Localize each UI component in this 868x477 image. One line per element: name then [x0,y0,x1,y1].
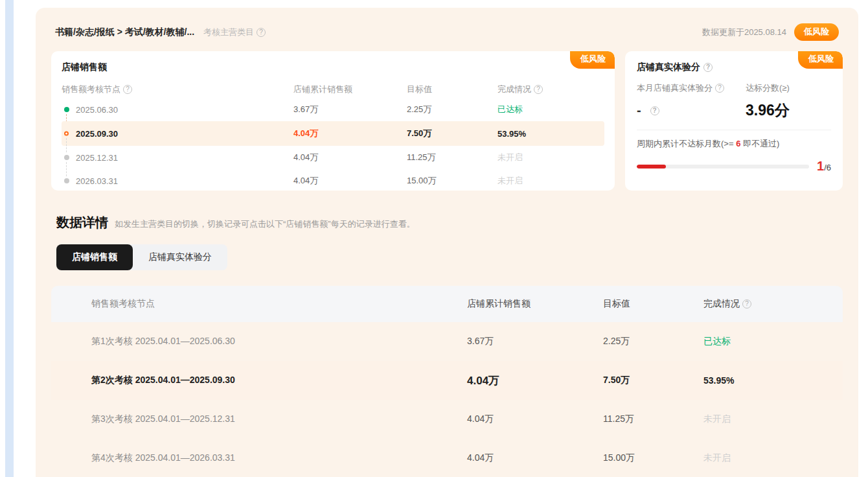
help-icon[interactable]: ? [703,63,713,72]
sales-risk-badge: 低风险 [570,51,615,69]
cumulative-value: 3.67万 [467,322,603,361]
pass-score-value: 3.96分 [746,100,790,121]
node-date: 2025.06.30 [62,98,293,121]
assessment-node: 第1次考核 2025.04.01—2025.06.30 [51,322,467,361]
cycle-fail-label: 周期内累计不达标月数(>= 6 即不通过) [637,138,831,150]
target-value: 2.25万 [407,98,497,121]
status-value: 未开启 [703,439,843,477]
dt-col-target: 目标值 [603,286,703,322]
cumulative-value: 4.04万 [467,400,603,439]
fail-months-current: 1 [817,159,824,173]
fail-months-fraction: 1/6 [817,159,831,174]
help-icon[interactable]: ? [650,106,659,115]
status-value: 53.95% [497,121,604,146]
status-value: 已达标 [497,98,604,121]
node-date: 2025.09.30 [62,121,293,146]
experience-score-card: 低风险 店铺真实体验分 ? 本月店铺真实体验分 ? 达标分数(≥) - ? 3.… [625,51,843,191]
col-header-target: 目标值 [407,81,497,98]
divider [637,130,831,130]
node-date: 2026.03.31 [62,169,293,191]
target-value: 2.25万 [603,322,703,361]
node-date-label: 2025.06.30 [76,105,118,115]
col-header-node: 销售额考核节点 ? [62,81,293,98]
detail-section-description: 如发生主营类目的切换，切换记录可点击以下“店铺销售额”每天的记录进行查看。 [115,218,415,230]
cumulative-value: 4.04万 [467,439,603,477]
experience-card-title: 店铺真实体验分 [637,62,700,73]
category-note-label: 考核主营类目 [203,27,254,38]
cycle-threshold: 6 [736,139,740,148]
cumulative-value: 4.04万 [293,121,407,146]
category-note: 考核主营类目 ? [203,27,266,38]
status-value: 已达标 [703,322,843,361]
col-header-node-label: 销售额考核节点 [62,84,120,95]
help-icon[interactable]: ? [742,299,751,308]
help-icon[interactable]: ? [715,84,724,93]
help-icon[interactable]: ? [534,85,543,94]
dt-col-node: 销售额考核节点 [51,286,467,322]
col-header-status-label: 完成情况 [497,84,531,95]
detail-tabs: 店铺销售额 店铺真实体验分 [56,244,227,270]
tab-experience-score[interactable]: 店铺真实体验分 [133,244,227,270]
month-score-value: - ? [637,103,746,118]
cumulative-value: 4.04万 [467,361,603,400]
dt-col-status-label: 完成情况 [703,298,740,310]
status-value: 未开启 [703,400,843,439]
assessment-node: 第2次考核 2025.04.01—2025.09.30 [51,361,467,400]
timeline-dot-current-icon [64,132,69,136]
fail-months-total: /6 [824,163,831,172]
assessment-panel: 书籍/杂志/报纸 > 考试/教材/教辅/... 考核主营类目 ? 数据更新于20… [36,8,858,477]
target-value: 7.50万 [407,121,497,146]
month-score-dash: - [637,103,641,118]
timeline-dot-pending-icon [64,155,69,160]
dt-col-status: 完成情况 ? [703,286,843,322]
panel-header: 书籍/杂志/报纸 > 考试/教材/教辅/... 考核主营类目 ? 数据更新于20… [51,19,843,41]
help-icon[interactable]: ? [257,28,266,37]
node-date: 2025.12.31 [62,146,293,169]
category-breadcrumb[interactable]: 书籍/杂志/报纸 > 考试/教材/教辅/... [55,27,194,38]
target-value: 11.25万 [603,400,703,439]
cumulative-value: 4.04万 [293,169,407,191]
assessment-node: 第4次考核 2025.04.01—2026.03.31 [51,439,467,477]
overall-risk-badge: 低风险 [794,23,839,41]
month-score-label: 本月店铺真实体验分 ? [637,82,746,94]
target-value: 15.00万 [603,439,703,477]
detail-table: 销售额考核节点 店铺累计销售额 目标值 完成情况 ? 第1次考核 2025.04… [51,286,843,477]
node-date-label: 2025.09.30 [76,129,118,139]
status-value: 未开启 [497,169,604,191]
node-date-label: 2025.12.31 [76,153,118,163]
data-updated-text: 数据更新于2025.08.14 [702,27,786,38]
col-header-status: 完成情况 ? [497,81,604,98]
fail-months-progress-fill [637,165,666,169]
timeline-dot-passed-icon [64,107,69,112]
target-value: 11.25万 [407,146,497,169]
col-header-cumulative: 店铺累计销售额 [293,81,407,98]
fail-months-progress-bar [637,165,809,169]
cycle-label-prefix: 周期内累计不达标月数(>= [637,139,734,148]
status-value: 未开启 [497,146,604,169]
cumulative-value: 4.04万 [293,146,407,169]
help-icon[interactable]: ? [123,85,132,94]
sales-card-title: 店铺销售额 [62,62,604,73]
month-score-label-text: 本月店铺真实体验分 [637,82,713,94]
detail-section-title: 数据详情 [56,214,108,231]
target-value: 7.50万 [603,361,703,400]
status-value: 53.95% [703,361,843,400]
cumulative-value: 3.67万 [293,98,407,121]
store-sales-card: 低风险 店铺销售额 销售额考核节点 ? 店铺累计销售额 目标值 完成情况 ? [51,51,615,191]
cycle-label-suffix: 即不通过) [743,139,779,148]
dt-col-cumulative: 店铺累计销售额 [467,286,603,322]
node-date-label: 2026.03.31 [76,176,118,186]
page-left-accent-strip [5,0,14,477]
assessment-node: 第3次考核 2025.04.01—2025.12.31 [51,400,467,439]
timeline-dot-pending-icon [64,178,69,183]
pass-score-label: 达标分数(≥) [746,82,790,94]
target-value: 15.00万 [407,169,497,191]
tab-store-sales[interactable]: 店铺销售额 [56,244,133,270]
experience-risk-badge: 低风险 [798,51,843,69]
